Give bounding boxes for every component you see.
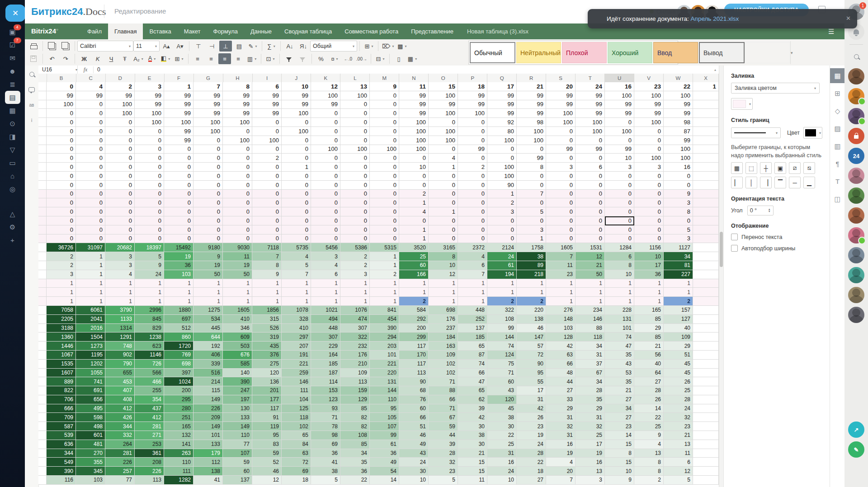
cell-G15[interactable]: 0: [193, 207, 223, 216]
cell-S2[interactable]: 99: [546, 91, 576, 100]
cell-T19[interactable]: 1531: [576, 243, 605, 252]
border-button-6[interactable]: ▏: [731, 177, 743, 188]
cell-Q3[interactable]: 99: [487, 100, 517, 109]
cell-G16[interactable]: 0: [193, 216, 223, 225]
cell-T17[interactable]: 0: [576, 225, 605, 234]
column-header-R[interactable]: R: [517, 74, 546, 82]
cell-S41[interactable]: 16: [546, 440, 576, 449]
cell-D43[interactable]: 226: [105, 458, 135, 467]
cell-B38[interactable]: 709: [47, 413, 76, 422]
sidebar-item-people-icon[interactable]: ☻: [5, 65, 20, 78]
cell-K19[interactable]: 5456: [311, 243, 340, 252]
cell-K43[interactable]: 41: [311, 458, 340, 467]
cell-P22[interactable]: 7: [458, 270, 487, 279]
cell-L10[interactable]: 0: [340, 163, 370, 172]
border-button-8[interactable]: ▕: [760, 177, 772, 188]
subscript-icon[interactable]: A₂▾: [132, 53, 145, 64]
cell-H17[interactable]: 0: [223, 225, 252, 234]
cell-B6[interactable]: 0: [47, 127, 76, 136]
cell-J26[interactable]: 1078: [282, 306, 311, 315]
color-scales-icon[interactable]: ▩▾: [396, 41, 408, 52]
cell-E40[interactable]: 271: [135, 431, 164, 440]
cell-I3[interactable]: 99: [252, 100, 282, 109]
cell-I39[interactable]: 119: [252, 422, 282, 431]
cell-J25[interactable]: 1: [282, 297, 311, 306]
paste-icon[interactable]: [59, 41, 72, 52]
cell-J11[interactable]: 0: [282, 172, 311, 181]
cell-J36[interactable]: 104: [282, 395, 311, 404]
cell-R7[interactable]: 100: [517, 136, 546, 145]
cell-V24[interactable]: 1: [634, 288, 664, 297]
cell-M40[interactable]: 99: [370, 431, 399, 440]
cell-X7[interactable]: [693, 136, 719, 145]
cell-W16[interactable]: 0: [664, 216, 693, 225]
cell-O13[interactable]: 0: [429, 190, 458, 199]
cell-Q44[interactable]: 24: [487, 467, 517, 476]
cell-K15[interactable]: 0: [311, 207, 340, 216]
cell-O16[interactable]: 0: [429, 216, 458, 225]
cell-T1[interactable]: 24: [576, 82, 605, 91]
cell-A[interactable]: [38, 315, 47, 324]
cell-D32[interactable]: 790: [105, 360, 135, 369]
cell-D40[interactable]: 332: [105, 431, 135, 440]
border-button-3[interactable]: ▣: [774, 162, 786, 174]
cell-J13[interactable]: 0: [282, 190, 311, 199]
cell-U31[interactable]: 35: [605, 351, 634, 360]
cell-G5[interactable]: 100: [193, 118, 223, 127]
cell-A[interactable]: [38, 476, 47, 485]
cell-N7[interactable]: 100: [399, 136, 429, 145]
cell-M16[interactable]: 0: [370, 216, 399, 225]
cell-L4[interactable]: 0: [340, 109, 370, 118]
cell-I45[interactable]: 12: [252, 476, 282, 485]
cell-L21[interactable]: 2: [340, 261, 370, 270]
chart-settings-icon[interactable]: ▥: [830, 139, 845, 154]
cell-P25[interactable]: 1: [458, 297, 487, 306]
cell-D1[interactable]: 2: [105, 82, 135, 91]
cell-J21[interactable]: 5: [282, 261, 311, 270]
cell-X20[interactable]: [693, 252, 719, 261]
cell-O40[interactable]: 44: [429, 431, 458, 440]
cell-L42[interactable]: 34: [340, 449, 370, 458]
cell-R26[interactable]: 220: [517, 306, 546, 315]
cell-M44[interactable]: 54: [370, 467, 399, 476]
cell-B25[interactable]: 1: [47, 297, 76, 306]
cell-H41[interactable]: 77: [223, 440, 252, 449]
cell-S24[interactable]: 1: [546, 288, 576, 297]
cell-L19[interactable]: 5386: [340, 243, 370, 252]
cell-U34[interactable]: 35: [605, 377, 634, 386]
cell-Q9[interactable]: 0: [487, 154, 517, 163]
align-left-icon[interactable]: ≡: [191, 53, 204, 64]
cell-S40[interactable]: 31: [546, 431, 576, 440]
cell-I7[interactable]: 100: [252, 136, 282, 145]
cell-L3[interactable]: 0: [340, 100, 370, 109]
fill-color-icon[interactable]: ◧▾: [159, 53, 172, 64]
cell-C4[interactable]: 0: [76, 109, 105, 118]
cell-J38[interactable]: 118: [282, 413, 311, 422]
cell-L2[interactable]: 100: [340, 91, 370, 100]
cell-A[interactable]: [38, 190, 47, 199]
cell-L17[interactable]: 0: [340, 225, 370, 234]
cell-V26[interactable]: 165: [634, 306, 664, 315]
cell-R45[interactable]: 27: [517, 476, 546, 485]
cell-Q30[interactable]: 74: [487, 342, 517, 351]
cell-U21[interactable]: 8: [605, 261, 634, 270]
cell-C6[interactable]: 0: [76, 127, 105, 136]
cell-W27[interactable]: 127: [664, 315, 693, 324]
cell-M33[interactable]: 220: [370, 369, 399, 378]
cell-B2[interactable]: 99: [47, 91, 76, 100]
clear-filter-icon[interactable]: [296, 53, 309, 64]
cell-H23[interactable]: 1: [223, 279, 252, 288]
cell-Q6[interactable]: 80: [487, 127, 517, 136]
cell-O32[interactable]: 102: [429, 360, 458, 369]
sidebar-item-tasks-icon[interactable]: ☑7: [5, 38, 20, 52]
cell-F7[interactable]: 99: [164, 136, 193, 145]
cell-M31[interactable]: 101: [370, 351, 399, 360]
cell-Q45[interactable]: 10: [487, 476, 517, 485]
cell-U26[interactable]: 228: [605, 306, 634, 315]
cell-S9[interactable]: 0: [546, 154, 576, 163]
sidebar-item-drive-icon[interactable]: ≣: [5, 78, 20, 91]
cell-M11[interactable]: 0: [370, 172, 399, 181]
cell-T15[interactable]: 0: [576, 207, 605, 216]
cell-T13[interactable]: 0: [576, 190, 605, 199]
cell-V37[interactable]: 14: [634, 404, 664, 413]
